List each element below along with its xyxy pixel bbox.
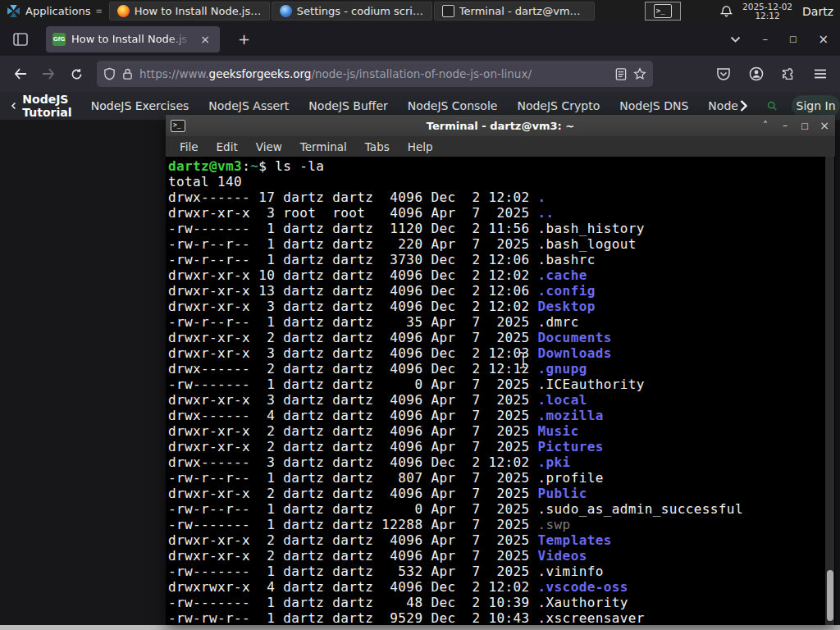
url-text[interactable]: https://www.geeksforgeeks.org/node-js/in…: [139, 67, 609, 80]
file-name: .gnupg: [538, 361, 587, 377]
file-listing-row: -rw------- 1 dartz dartz 0 Apr 7 2025 .I…: [168, 377, 835, 392]
desktop: Applications ≡ How to Install Node.js o.…: [0, 0, 840, 630]
tab-close-button[interactable]: ×: [197, 32, 213, 47]
terminal-menu-item[interactable]: File: [172, 139, 206, 155]
file-meta: drwxrwxr-x 4 dartz dartz 4096 Dec 2 12:0…: [168, 579, 538, 595]
user-menu[interactable]: Dartz: [802, 5, 833, 18]
taskbar-window-label: Settings - codium script...: [297, 5, 424, 17]
account-icon[interactable]: [749, 66, 764, 81]
terminal-menu-item[interactable]: Tabs: [358, 139, 397, 155]
back-button[interactable]: [8, 62, 33, 86]
workspace-pager[interactable]: >_: [645, 2, 681, 21]
nav-back-tutorial[interactable]: NodeJS Tutorial: [0, 93, 91, 119]
terminal-minimize-button[interactable]: –: [779, 120, 791, 131]
taskbar-window-icon: [280, 5, 292, 17]
active-tab[interactable]: GfG How to Install Node.js on ×: [46, 26, 220, 52]
file-meta: -rw------- 1 dartz dartz 12288 Apr 7 202…: [168, 517, 538, 532]
terminal-scrollbar-thumb[interactable]: [827, 570, 833, 621]
terminal-total-line: total 140: [168, 174, 835, 189]
tracking-protection-shield-icon[interactable]: [103, 67, 116, 80]
file-name: Videos: [538, 548, 587, 564]
file-listing-row: drwx------ 3 dartz dartz 4096 Dec 2 12:0…: [168, 454, 835, 470]
new-tab-button[interactable]: +: [231, 29, 257, 49]
pocket-save-icon[interactable]: [716, 67, 731, 81]
site-nav-link[interactable]: NodeJS Assert: [208, 99, 289, 112]
terminal-shade-button[interactable]: ˄: [760, 120, 771, 131]
file-meta: -rw-r--r-- 1 dartz dartz 35 Apr 7 2025: [168, 314, 538, 330]
file-name: .bash_logout: [538, 236, 637, 252]
terminal-menu-item[interactable]: Help: [400, 139, 441, 155]
file-name: Pictures: [538, 439, 604, 454]
terminal-window-title: Terminal - dartz@vm3: ~: [166, 120, 835, 132]
reader-mode-icon[interactable]: [615, 68, 627, 80]
browser-minimize-button[interactable]: –: [762, 33, 768, 45]
panel-status-area: 2025-12-02 12:12 Dartz: [720, 2, 840, 21]
terminal-maximize-button[interactable]: □: [799, 121, 810, 130]
file-meta: drwxr-xr-x 3 dartz dartz 4096 Apr 7 2025: [168, 392, 538, 408]
terminal-prompt-line: dartz@vm3:~$ ls -la: [168, 158, 835, 174]
nav-scroll-right[interactable]: [740, 100, 747, 112]
extensions-puzzle-icon[interactable]: [782, 67, 796, 81]
menu-hamburger-icon[interactable]: [814, 68, 827, 80]
list-all-tabs-chevron-icon[interactable]: [730, 36, 741, 43]
url-bar[interactable]: https://www.geeksforgeeks.org/node-js/in…: [97, 61, 653, 87]
file-name: .xscreensaver: [538, 610, 645, 625]
terminal-menu-item[interactable]: Terminal: [293, 139, 354, 155]
terminal-scrollbar[interactable]: [825, 157, 834, 625]
site-nav-link[interactable]: NodeJS DNS: [619, 99, 688, 112]
terminal-menu-item[interactable]: Edit: [209, 139, 245, 155]
file-name: Templates: [538, 532, 612, 548]
file-listing-row: drwxr-xr-x 2 dartz dartz 4096 Apr 7 2025…: [168, 439, 835, 454]
taskbar-window-button[interactable]: Terminal - dartz@vm3: ~: [434, 2, 595, 21]
terminal-output[interactable]: dartz@vm3:~$ ls -la total 140 drwx------…: [166, 157, 835, 625]
bookmark-star-icon[interactable]: [633, 67, 646, 80]
file-listing: drwx------ 17 dartz dartz 4096 Dec 2 12:…: [168, 189, 835, 625]
file-name: .swp: [538, 517, 571, 532]
file-meta: drwxr-xr-x 2 dartz dartz 4096 Apr 7 2025: [168, 486, 538, 501]
terminal-menu-item[interactable]: View: [249, 139, 290, 155]
geeksforgeeks-favicon: GfG: [52, 33, 66, 46]
file-name: .Xauthority: [538, 595, 628, 610]
site-nav-link[interactable]: NodeJS Console: [408, 99, 498, 112]
browser-close-button[interactable]: ×: [818, 32, 829, 47]
file-listing-row: drwxr-xr-x 2 dartz dartz 4096 Apr 7 2025…: [168, 330, 835, 345]
forward-button[interactable]: [36, 62, 61, 86]
terminal-title-bar[interactable]: Terminal - dartz@vm3: ~ >_ ˄ – □ ×: [166, 115, 835, 136]
site-nav-link[interactable]: NodeJS Crypto: [517, 99, 600, 112]
taskbar-window-button[interactable]: How to Install Node.js o...: [109, 2, 270, 21]
reload-button[interactable]: [64, 62, 89, 86]
firefox-view-icon: [13, 33, 28, 46]
notification-bell-icon[interactable]: [720, 5, 733, 18]
file-meta: drwxr-xr-x 3 root root 4096 Apr 7 2025: [168, 205, 538, 221]
file-meta: drwxr-xr-x 2 dartz dartz 4096 Apr 7 2025: [168, 439, 538, 454]
taskbar-window-icon: [442, 5, 454, 17]
applications-menu-button[interactable]: Applications ≡: [0, 0, 108, 22]
page-bottom-strip: [0, 625, 840, 630]
tab-title: How to Install Node.js on: [71, 33, 191, 45]
file-listing-row: -rw-r--r-- 1 dartz dartz 35 Apr 7 2025 .…: [168, 314, 835, 330]
file-listing-row: -rw------- 1 dartz dartz 1120 Dec 2 11:5…: [168, 221, 835, 236]
site-nav-link[interactable]: NodeJS Buffer: [308, 99, 388, 112]
file-meta: -rw-r--r-- 1 dartz dartz 807 Apr 7 2025: [168, 470, 538, 486]
terminal-close-button[interactable]: ×: [819, 119, 830, 132]
sign-in-button[interactable]: Sign In: [792, 95, 840, 116]
taskbar-window-label: How to Install Node.js o...: [135, 5, 262, 17]
file-meta: drwxr-xr-x 3 dartz dartz 4096 Dec 2 12:0…: [168, 345, 538, 361]
browser-maximize-button[interactable]: □: [789, 34, 797, 43]
file-listing-row: -rw------- 1 dartz dartz 12288 Apr 7 202…: [168, 517, 835, 532]
file-name: .cache: [538, 267, 587, 283]
panel-clock[interactable]: 2025-12-02 12:12: [742, 2, 792, 21]
file-listing-row: drwxr-xr-x 2 dartz dartz 4096 Apr 7 2025…: [168, 423, 835, 439]
taskbar-window-button[interactable]: Settings - codium script...: [272, 2, 432, 21]
file-name: .viminfo: [538, 564, 604, 579]
site-nav-link[interactable]: Node: [708, 99, 738, 112]
file-listing-row: drwxr-xr-x 10 dartz dartz 4096 Dec 2 12:…: [168, 267, 835, 283]
lock-icon[interactable]: [122, 67, 133, 80]
site-nav-link[interactable]: NodeJS Exercises: [91, 99, 189, 112]
panel-grip: ≡: [95, 7, 101, 16]
file-meta: -rw------- 1 dartz dartz 532 Apr 7 2025: [168, 564, 538, 579]
site-search-icon[interactable]: [767, 98, 777, 114]
file-meta: drwxr-xr-x 2 dartz dartz 4096 Apr 7 2025: [168, 423, 538, 439]
firefox-view-button[interactable]: [8, 29, 33, 50]
file-listing-row: -rw-r--r-- 1 dartz dartz 3730 Dec 2 12:0…: [168, 252, 835, 267]
